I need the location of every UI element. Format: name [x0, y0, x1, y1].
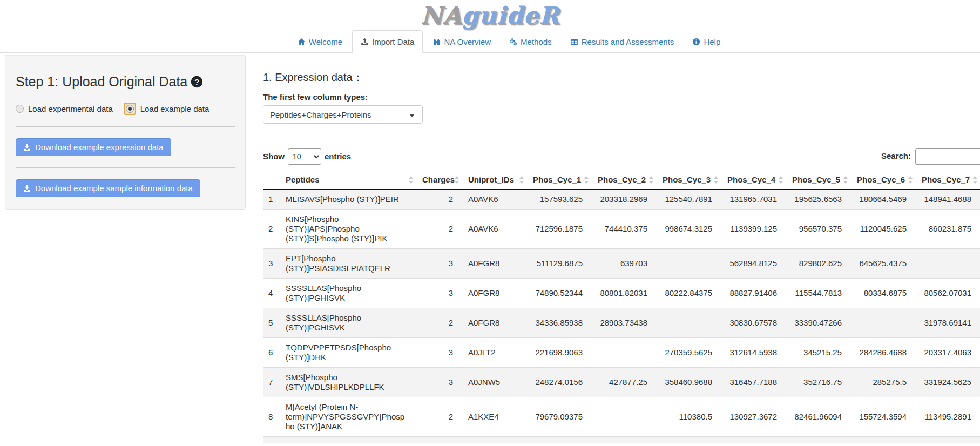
table-cell: 34336.85938: [528, 308, 592, 338]
divider: [263, 62, 980, 62]
table-cell: TQDPVPPETPSDS[Phospho (STY)]DHK: [280, 338, 417, 368]
column-header-phos-cyc-2[interactable]: Phos_Cyc_2: [592, 171, 657, 190]
search-input[interactable]: [915, 148, 980, 165]
sort-icon: [519, 175, 524, 184]
column-header-phos-cyc-5[interactable]: Phos_Cyc_5: [787, 171, 851, 190]
table-cell: 130927.3672: [722, 397, 787, 437]
chevron-down-icon: [409, 114, 415, 117]
column-types-selected-value: Peptides+Charges+Proteins: [270, 110, 371, 119]
sort-icon: [908, 175, 913, 184]
sort-icon: [584, 175, 589, 184]
download-icon: [23, 144, 31, 151]
upload-icon: [361, 38, 369, 46]
sort-icon: [409, 175, 413, 184]
download-icon: [23, 185, 31, 192]
radio-load-experimental-data[interactable]: Load experimental data: [16, 104, 113, 113]
table-cell: 3: [417, 249, 463, 279]
sort-icon: [455, 175, 459, 184]
table-cell: 131965.7031: [722, 190, 787, 210]
search-control: Search:: [881, 148, 980, 165]
table-cell: 125540.7891: [657, 190, 722, 210]
table-row-cut-off: [263, 437, 980, 443]
radio-load-example-data[interactable]: Load example data: [124, 103, 209, 115]
table-cell: 31978.69141: [916, 308, 980, 338]
column-header-phos-cyc-6[interactable]: Phos_Cyc_6: [851, 171, 916, 190]
table-cell: 2: [263, 210, 280, 249]
column-header-uniprot-ids[interactable]: Uniprot_IDs: [463, 171, 528, 190]
column-header-phos-cyc-1[interactable]: Phos_Cyc_1: [528, 171, 592, 190]
table-cell: 79679.09375: [528, 397, 592, 437]
table-cell: 358460.9688: [657, 368, 722, 397]
tab-results-assessments[interactable]: Results and Assessments: [562, 30, 683, 53]
table-row: 4SSSSLLAS[Phospho (STY)]PGHISVK3A0FGR874…: [263, 279, 980, 308]
table-cell: 1139399.125: [722, 210, 787, 249]
table-cell: A0FGR8: [463, 279, 528, 308]
column-header-peptides[interactable]: Peptides: [280, 171, 417, 190]
import-data-panel: 1. Expression data： The first few column…: [263, 55, 980, 443]
table-row: 2KINS[Phospho (STY)]APS[Phospho (STY)]S[…: [263, 210, 980, 249]
search-label: Search:: [881, 151, 911, 160]
table-cell: 203317.4063: [916, 338, 980, 368]
app-logo-part2: guideR: [462, 2, 559, 29]
table-cell: 2: [417, 397, 463, 437]
column-header-phos-cyc-3[interactable]: Phos_Cyc_3: [657, 171, 722, 190]
tab-na-overview[interactable]: NA Overview: [424, 30, 499, 53]
expression-data-title: 1. Expression data：: [263, 70, 980, 85]
table-row: 3EPT[Phospho (STY)]PSIASDISLPIATQELR3A0F…: [263, 249, 980, 279]
download-expression-button[interactable]: Download example expression data: [16, 138, 171, 156]
sort-icon: [714, 175, 718, 184]
column-types-select[interactable]: Peptides+Charges+Proteins: [263, 105, 423, 124]
table-cell: A0FGR8: [463, 249, 528, 279]
column-header-phos-cyc-4[interactable]: Phos_Cyc_4: [722, 171, 787, 190]
table-cell: 345215.25: [787, 338, 851, 368]
table-cell: 3: [263, 249, 280, 279]
download-sample-info-button[interactable]: Download example sample information data: [16, 179, 200, 197]
table-cell: 3: [417, 279, 463, 308]
column-header-charges[interactable]: Charges: [417, 171, 463, 190]
table-cell: A0JNW5: [463, 368, 528, 397]
table-icon: [570, 38, 578, 46]
table-cell: 148941.4688: [916, 190, 980, 210]
tab-welcome[interactable]: Welcome: [289, 30, 351, 53]
tab-help[interactable]: Help: [684, 30, 729, 53]
table-cell: 829802.625: [787, 249, 851, 279]
table-cell: 2: [417, 210, 463, 249]
app-header: NAguideR: [0, 0, 980, 30]
column-header-rownum: [263, 171, 280, 190]
table-cell: 80801.82031: [592, 279, 657, 308]
table-cell: 2: [417, 308, 463, 338]
table-cell: 28903.73438: [592, 308, 657, 338]
table-cell: 248274.0156: [528, 368, 592, 397]
table-cell: 6: [263, 338, 280, 368]
table-row: 1MLISAVS[Phospho (STY)]PEIR2A0AVK6157593…: [263, 190, 980, 210]
column-header-phos-cyc-7[interactable]: Phos_Cyc_7: [916, 171, 980, 190]
table-header-row: Peptides Charges Uniprot_IDs Phos_Cyc_1 …: [263, 171, 980, 190]
gears-icon: [509, 38, 517, 46]
table-row: 8M[Acetyl (Protein N-term)]NPVYSPGSSGVPY…: [263, 397, 980, 437]
table-cell: 115544.7813: [787, 279, 851, 308]
tab-methods[interactable]: Methods: [501, 30, 560, 53]
table-cell: 270359.5625: [657, 338, 722, 368]
question-help-icon[interactable]: ?: [191, 76, 203, 88]
sort-icon: [779, 175, 783, 184]
table-cell: [916, 249, 980, 279]
expression-data-table: Peptides Charges Uniprot_IDs Phos_Cyc_1 …: [263, 171, 980, 443]
table-cell: 80334.6875: [851, 279, 916, 308]
table-cell: 180664.5469: [851, 190, 916, 210]
table-cell: [592, 338, 657, 368]
table-cell: A1KXE4: [463, 397, 528, 437]
table-cell: 33390.47266: [787, 308, 851, 338]
page-length-select[interactable]: 10: [288, 148, 321, 165]
tab-import-data[interactable]: Import Data: [352, 30, 423, 53]
table-cell: 113495.2891: [916, 397, 980, 437]
table-cell: 3: [417, 368, 463, 397]
table-cell: A0JLT2: [463, 338, 528, 368]
table-cell: 195625.6563: [787, 190, 851, 210]
sort-icon: [649, 175, 653, 184]
table-cell: 3: [417, 338, 463, 368]
table-cell: [657, 308, 722, 338]
table-cell: 284286.4688: [851, 338, 916, 368]
sort-icon: [843, 175, 848, 184]
table-cell: 1120045.625: [851, 210, 916, 249]
table-cell: [851, 308, 916, 338]
